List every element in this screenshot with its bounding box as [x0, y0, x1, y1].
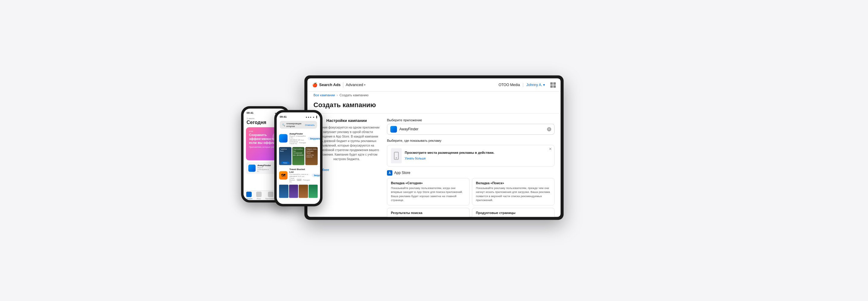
away-app-desc: Ищите, планируйте и б... [257, 167, 271, 172]
travel-stars: ★★★★★ 13.8 тыс. [289, 175, 310, 177]
breadcrumb-current: Создать кампанию [340, 93, 369, 97]
preview-phone-icon [394, 152, 399, 160]
apple-icon: 🍎 [312, 82, 317, 87]
travel-screenshots [277, 184, 320, 199]
phone-left-time: 09:41 [247, 111, 253, 114]
search-header: 🔍 планировщик отпуска Отменить [277, 120, 320, 131]
away-app-icon [248, 164, 255, 172]
away-info: AwayFinder Ищите, планируйте и б... [257, 164, 271, 172]
preview-text: Просмотрите места размещения рекламы в д… [405, 151, 494, 161]
placement-card-product[interactable]: Продуктовые страницы Показывайте рекламу… [472, 208, 555, 217]
appstore-text: App Store [394, 171, 410, 175]
preview-banner: Просмотрите места размещения рекламы в д… [387, 145, 555, 166]
search-cancel-btn[interactable]: Отменить [305, 124, 315, 126]
phone-right-screen: 09:41 ▲▲▲ ▲ ▐ 🔍 планировщик отпуска Отме… [277, 112, 320, 204]
ss-text-1: 7 дней наБали [279, 147, 291, 153]
placement-card-results[interactable]: Результаты поиска Показывайте рекламу по… [387, 208, 470, 217]
advanced-label[interactable]: Advanced ▾ [346, 82, 366, 87]
search-bar-text: планировщик отпуска [286, 122, 304, 128]
app-logo: 🍎 Search Ads [312, 82, 341, 87]
tab-today-icon [246, 192, 252, 197]
logo-divider [343, 82, 343, 88]
travel-bucket-result: 🗺 Travel Bucket List Составляйте список … [277, 166, 320, 184]
placement-search-desc: Показывайте рекламу пользователям, прежд… [476, 186, 551, 202]
banner-close-icon[interactable]: ✕ [549, 147, 552, 151]
result-app-name: AwayFinder [289, 132, 306, 135]
right-form: Выберите приложение AwayFinder ✕ Выберит… [387, 118, 555, 217]
app-content: Все кампании › Создать кампанию Создать … [307, 92, 561, 217]
travel-name: Travel Bucket List [289, 168, 310, 173]
left-info-panel: Настройки кампании Кампания фокусируется… [313, 118, 380, 217]
placement-card-today[interactable]: Вкладка «Сегодня» Показывайте рекламу по… [387, 178, 470, 205]
screenshot-card-3: Найдите отельКамбоджа HouseLand of the G… [305, 147, 318, 165]
clear-app-icon[interactable]: ✕ [547, 127, 551, 131]
phone-right-status: ▲▲▲ ▲ ▐ [305, 115, 317, 118]
grid-cell-4 [553, 85, 556, 88]
tab-apps-icon [268, 192, 273, 197]
search-result-awayfinder: AwayFinder Ищите, планируйте и бо... ★★★… [277, 131, 320, 146]
page-title: Создать кампанию [307, 99, 561, 113]
preview-learn-more-link[interactable]: Узнать больше [405, 157, 426, 160]
search-screenshots: 7 дней наБали Поиск Ищите рейсыБес. Осло… [277, 146, 320, 166]
form-area: Настройки кампании Кампания фокусируется… [307, 113, 561, 217]
grid-cell-2 [553, 82, 556, 85]
placement-card-search[interactable]: Вкладка «Поиск» Показывайте рекламу поль… [472, 178, 555, 205]
campaign-settings-desc: Кампания фокусируется на одном приложени… [313, 125, 380, 161]
travel-meta-company: Travel Bucket, Inc. [289, 177, 296, 183]
tablet: 🍎 Search Ads Advanced ▾ OTOO Media Johnn… [304, 75, 564, 220]
appstore-label: A App Store [387, 170, 555, 175]
tss-2 [289, 185, 299, 198]
placement-today-desc: Показывайте рекламу пользователям, когда… [391, 186, 466, 202]
tss-3 [299, 185, 308, 198]
placement-grid: Вкладка «Сегодня» Показывайте рекламу по… [387, 178, 555, 217]
tab-today[interactable]: Сегодня [245, 192, 252, 199]
placement-product-desc: Показывайте рекламу пользователям, котор… [476, 216, 551, 217]
result-meta-category: Поездки [299, 142, 306, 143]
result-download-btn[interactable]: Загрузить [308, 137, 320, 140]
ss-text-3: Найдите отельКамбоджа HouseLand of the G… [305, 147, 318, 159]
breadcrumb-all-campaigns[interactable]: Все кампании [313, 93, 335, 97]
preview-title: Просмотрите места размещения рекламы в д… [405, 151, 494, 155]
user-menu[interactable]: Johnny A. ▾ [526, 83, 545, 87]
campaign-settings-title: Настройки кампании [313, 118, 380, 123]
placement-search-title: Вкладка «Поиск» [476, 181, 551, 185]
travel-download-btn[interactable]: Загрузить [312, 174, 320, 177]
result-meta-company: GlobalHub Travel Inc. [289, 141, 298, 144]
header-right: OTOO Media Johnny A. ▾ [498, 82, 556, 88]
battery-icon-r: ▐ [315, 115, 317, 118]
tab-games[interactable]: Игры [256, 192, 261, 199]
travel-meta: Travel Bucket, Inc. №14 Поездки [289, 177, 310, 183]
grid-cell-1 [550, 82, 553, 85]
travel-info: Travel Bucket List Составляйте список м.… [289, 168, 310, 183]
chevron-down-icon: ▾ [364, 83, 366, 87]
header-divider [523, 83, 523, 87]
company-name: OTOO Media [498, 83, 520, 87]
phone-right: 09:41 ▲▲▲ ▲ ▐ 🔍 планировщик отпуска Отме… [274, 110, 322, 206]
placement-results-title: Результаты поиска [391, 211, 466, 215]
result-info: AwayFinder Ищите, планируйте и бо... ★★★… [289, 132, 306, 144]
result-stars: ★★★★★ 125 тыс. [289, 139, 306, 141]
user-chevron-icon: ▾ [543, 83, 545, 87]
tab-games-label: Игры [257, 197, 261, 199]
placement-today-title: Вкладка «Сегодня» [391, 181, 466, 185]
result-app-icon [279, 134, 287, 143]
tablet-screen: 🍎 Search Ads Advanced ▾ OTOO Media Johnn… [307, 78, 561, 217]
tab-today-label: Сегодня [245, 197, 252, 199]
app-section-title: Выберите приложение [387, 118, 555, 122]
app-select-field[interactable]: AwayFinder ✕ [387, 124, 555, 135]
grid-view-icon[interactable] [550, 82, 556, 88]
breadcrumb: Все кампании › Создать кампанию [307, 92, 561, 99]
ss-text-2: Ищите рейсыБес. ОсложненийДос. Динамики [292, 147, 305, 157]
preview-image [391, 148, 402, 163]
search-bar[interactable]: 🔍 планировщик отпуска Отменить [280, 121, 317, 129]
travel-icon: 🗺 [279, 171, 287, 179]
tss-4 [309, 185, 318, 198]
placement-product-title: Продуктовые страницы [476, 211, 551, 215]
user-name: Johnny A. [526, 83, 542, 87]
wifi-icon-r: ▲ [313, 115, 315, 118]
result-app-sub: Ищите, планируйте и бо... [289, 135, 306, 139]
tab-games-icon [256, 192, 261, 197]
phone-right-notch-bar: 09:41 ▲▲▲ ▲ ▐ [277, 112, 320, 120]
selected-app-name: AwayFinder [399, 127, 545, 131]
grid-cell-3 [550, 85, 553, 88]
